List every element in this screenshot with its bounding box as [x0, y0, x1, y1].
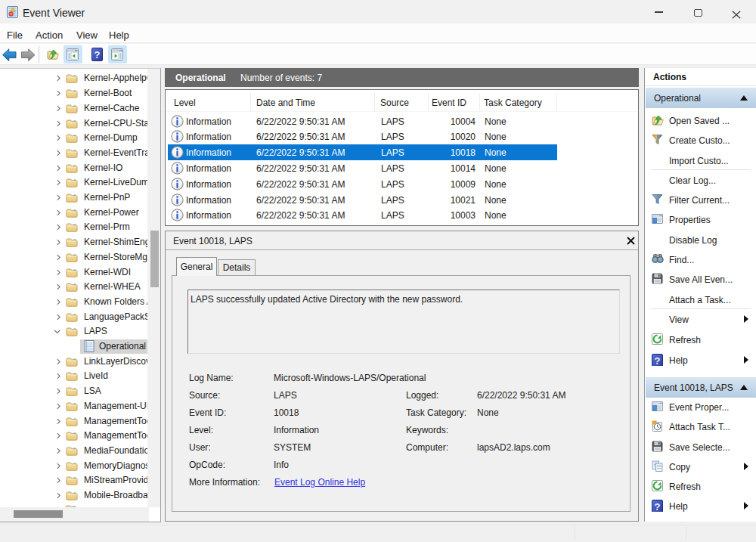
svg-text:?: ?	[94, 49, 101, 60]
svg-text:?: ?	[655, 501, 661, 513]
svg-text:?: ?	[655, 355, 661, 367]
